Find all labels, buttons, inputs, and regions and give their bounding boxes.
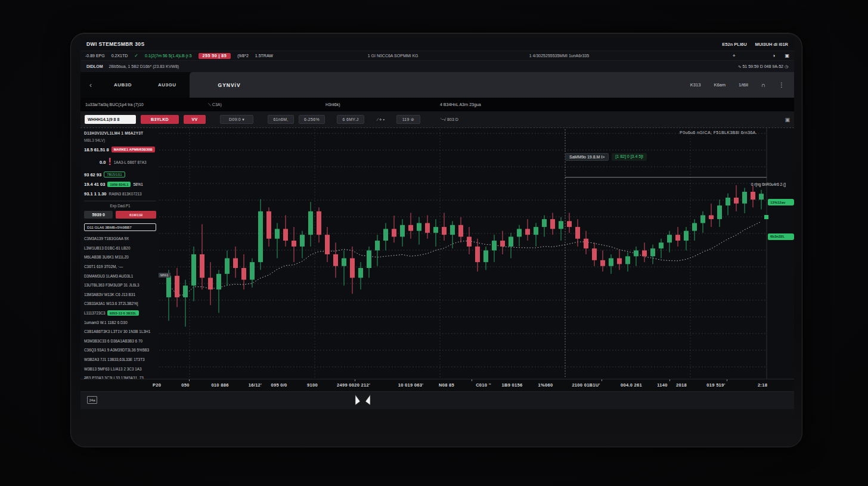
kebab-menu-icon[interactable]: ⋮: [779, 82, 785, 88]
list-item[interactable]: W3B13 5MF63 L1/A13 2 3C3 1A3: [84, 364, 156, 373]
pin-icon[interactable]: ⌖: [733, 53, 736, 59]
time-axis-label: 1%060: [538, 382, 553, 388]
panel-toggle-icon[interactable]: ▣: [785, 117, 790, 123]
sell-button[interactable]: B3YLKD: [141, 115, 179, 124]
bottom-panel: 24a: [80, 391, 794, 409]
tabbar-button-3[interactable]: 1/t6ll: [739, 82, 748, 88]
drawing-tools-icons[interactable]: ∕ ⋄ •: [377, 117, 385, 122]
price-tag-1: 13%12av: [768, 199, 794, 205]
list-item[interactable]: 13UTBL363 F3M3U3P 31 JL6L3: [84, 281, 156, 290]
indicator-toggle[interactable]: '~√ 803 D: [441, 117, 458, 122]
risk-reward-label: 0 r[ng 6nR0u4r6 2-[]: [751, 182, 786, 186]
time-axis-label: 2018: [676, 382, 687, 388]
buy-button[interactable]: VV: [184, 115, 206, 124]
list-item[interactable]: C36Q3 93A1 9 A3M39DT3L36 5%5B3: [84, 345, 156, 355]
quote-bar: -0.89 EPG 0.2X1TD ✓ 0.1(2(7m 56 5(1.4)LB…: [80, 51, 794, 61]
lot-size-value[interactable]: 0.0: [100, 160, 106, 165]
time-axis-label: 050: [181, 382, 189, 388]
tabbar-button-2[interactable]: K6am: [714, 82, 726, 88]
window-icon[interactable]: ▣: [785, 53, 789, 58]
panel-close-button[interactable]: 61M11B: [116, 211, 156, 219]
toolbar-button-2[interactable]: 6-256%: [299, 115, 325, 124]
time-axis-label: 10 019 063': [398, 382, 424, 388]
time-axis-label: 2100 01B1U': [572, 382, 600, 388]
toolbar-small-button[interactable]: 119 ⊘: [396, 115, 420, 124]
tabbar-button-1[interactable]: K313: [690, 82, 701, 88]
list-item[interactable]: C3B33A3A1 W13.6 3T2L3B2%]: [84, 299, 156, 309]
price-tag-2: 6b3n32L: [768, 233, 794, 240]
tab-aud-2[interactable]: AU3GU: [145, 72, 190, 98]
list-item[interactable]: D3MAM3U3 1LAM3 AUD3L1: [84, 271, 156, 281]
quote-red-badge[interactable]: 255 50 | 85: [199, 53, 231, 59]
desktop-background: DWI STEMESMBR 30S E52n PLI6U MUI3UH di i…: [0, 0, 868, 486]
pips-badge[interactable]: 7B15/1S1: [104, 172, 125, 177]
time-axis[interactable]: P20050010 88616/12'095 0/091002499 0020 …: [80, 379, 794, 391]
chart-area[interactable]: P0u6u6 nGICA; F51BLK3B8I 6rn36A. SaMM9o …: [80, 127, 794, 391]
list-item[interactable]: C3B1AB6T3K3 L3T1V 30 1N3B 1L3H1: [84, 327, 156, 337]
list-item[interactable]: M6LAB3B 3U6K1 M11LZ0: [84, 253, 156, 262]
list-item[interactable]: 1umam3 W.1 11B2 6 D30: [84, 317, 156, 327]
candlestick-chart[interactable]: [80, 128, 794, 392]
trading-app-window: DWI STEMESMBR 30S E52n PLI6U MUI3UH di i…: [80, 38, 794, 418]
quote-spread: 0.2X1TD: [111, 54, 128, 58]
list-item[interactable]: C3M3A139 T1B3G0AA 9X: [84, 234, 156, 244]
expiry-label: Exp Dad.P1: [84, 204, 156, 208]
info-bar: 1u33a/7al3q BUC(1p4 tra (7)10 ⟍ C3A) H3n…: [80, 98, 794, 111]
headset-icon[interactable]: ∩: [761, 82, 765, 88]
time-axis-tick: [669, 379, 670, 381]
back-arrow-icon[interactable]: ‹: [80, 72, 101, 98]
percent-value: 58%1: [133, 182, 142, 186]
quote-seg5: 1.5TRAW: [255, 54, 273, 58]
order-row4-label: 19.4 41 03: [84, 182, 105, 187]
list-item[interactable]: M3M3B3C33 6 D36A1AB3B3 6 70: [84, 337, 156, 346]
time-axis-label: 019 519': [706, 382, 725, 388]
title-bar-right-text-2[interactable]: MUI3UH di i01R: [755, 42, 788, 47]
order-row5-label: 93.1 1 1.30: [84, 191, 107, 197]
list-item[interactable]: L1113723C39203-13 6 3B33L: [84, 309, 156, 318]
order-panel-title: D13H3V32VL1LM4 1 M6A2Y3T: [84, 131, 156, 135]
left-price-tag: M%1: [159, 273, 170, 278]
list-item[interactable]: L3W1UB13 D1BC-61 LB20: [84, 244, 156, 253]
range-text: RA6N3 813K07213: [109, 192, 142, 196]
profit-badge[interactable]: 1959 834L1: [107, 182, 131, 187]
timeframe-box[interactable]: 24a: [87, 396, 97, 404]
panel-buy-button[interactable]: 5939 0: [84, 211, 113, 219]
check-icon: ✓: [134, 53, 138, 58]
time-axis-label: P20: [153, 382, 161, 388]
info-center-text: 4 B34HnL A3rn 23gua: [440, 102, 481, 107]
time-axis-label: 1B9 0156: [502, 382, 523, 388]
info-mid-text[interactable]: ⟍ C3A): [208, 102, 222, 107]
menu-right-status[interactable]: ∿ 51 59:59 D 048 9A-52 ◷: [738, 64, 788, 69]
quote-change: -0.89 EPG: [85, 54, 105, 58]
list-item-badge: 9203-13 6 3B33L: [107, 310, 139, 316]
timeframe-dropdown[interactable]: D09:0 ▾: [220, 115, 253, 124]
legend-name[interactable]: SaMM9o 19.8.M I>: [565, 153, 609, 161]
history-link[interactable]: H3nt6k): [326, 102, 340, 107]
quote-right-text: 1 4/3025255535MMI 1unA6r335: [529, 54, 589, 58]
time-axis-label: 16/12': [249, 382, 262, 388]
chart-watermark: P0u6u6 nGICA; F51BLK3B8I 6rn36A.: [680, 130, 757, 135]
list-item[interactable]: 13M3AB3V M13K C6 J13 B31: [84, 290, 156, 300]
tab-aud-1[interactable]: AUB3D: [101, 72, 145, 98]
quote-stat-green: 0.1(2(7m 56 5(1.4)LB (r.5: [145, 54, 192, 58]
order-row3-label: 93 62 93: [84, 172, 101, 177]
symbol-search-input[interactable]: D11 GLA6 3BMB+5%9BB7: [84, 223, 156, 231]
tab-active[interactable]: GYNViV K313 K6am 1/t6ll ∩ ⋮: [190, 72, 794, 98]
menu-label[interactable]: DIDLOM: [86, 64, 103, 68]
toolbar-button-1[interactable]: 61n6M,: [268, 115, 294, 124]
time-axis-label: 9100: [307, 382, 318, 388]
active-tab-label: GYNViV: [190, 82, 241, 88]
amount-input[interactable]: [85, 115, 136, 124]
list-item[interactable]: W3B2A3 7J1 13B33,63L33E 1T3T3: [84, 355, 156, 364]
market-order-badge[interactable]: MARKE1 APM6/63B30B: [111, 147, 155, 152]
power-icon[interactable]: ◑: [773, 53, 776, 58]
app-title: DWI STEMESMBR 30S: [86, 41, 144, 47]
time-axis-tick: [355, 379, 355, 381]
take-profit-text: 1AA3-L 6B6T 87A3: [114, 160, 147, 164]
time-axis-label: C010 '': [476, 382, 491, 388]
title-bar-right-text-1[interactable]: E52n PLI6U: [722, 42, 746, 47]
time-axis-label: 004.0 261: [621, 382, 642, 388]
list-item[interactable]: C36T1 619 3T02M, ·—: [84, 262, 156, 272]
title-bar: DWI STEMESMBR 30S E52n PLI6U MUI3UH di i…: [80, 38, 794, 51]
toolbar-button-3[interactable]: 6 6MY.J: [337, 115, 364, 124]
